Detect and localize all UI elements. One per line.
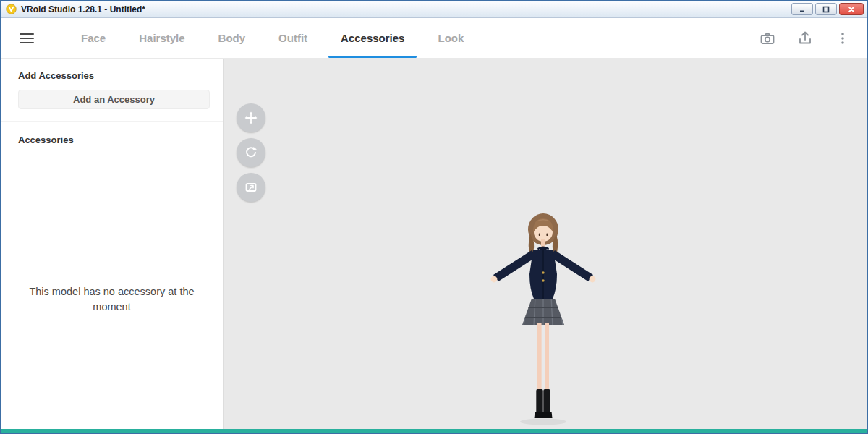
camera-button[interactable] [757,28,778,48]
tab-hairstyle[interactable]: Hairstyle [122,18,201,58]
export-icon [797,30,813,46]
editor-tabs: Face Hairstyle Body Outfit Accessories L… [64,18,480,58]
kebab-menu-icon [835,30,851,46]
title-bar[interactable]: VRoid Studio 1.28.1 - Untitled* [1,1,867,18]
main-toolbar: Face Hairstyle Body Outfit Accessories L… [1,18,867,59]
minimize-icon [799,6,806,13]
tab-accessories[interactable]: Accessories [324,18,421,58]
move-icon [244,111,258,124]
accessories-list-heading: Accessories [18,135,74,145]
tab-outfit[interactable]: Outfit [262,18,324,58]
hamburger-icon [20,33,34,44]
tab-body[interactable]: Body [202,18,263,58]
app-window: VRoid Studio 1.28.1 - Untitled* Face Hai [0,0,868,434]
add-accessories-heading: Add Accessories [18,70,94,81]
bottom-accent-bar [1,429,867,433]
more-button[interactable] [833,28,853,48]
viewport-tools [237,103,265,202]
rotate-tool-button[interactable] [237,138,265,167]
camera-icon [760,30,775,46]
sidebar-divider [1,121,223,122]
tab-look[interactable]: Look [421,18,480,58]
accessories-sidebar: Add Accessories Add an Accessory Accesso… [1,59,224,429]
fit-view-icon [244,181,258,194]
toolbar-actions [757,18,853,58]
tab-face[interactable]: Face [64,18,122,58]
move-tool-button[interactable] [237,103,265,132]
window-controls [791,3,864,15]
maximize-icon [822,6,830,13]
minimize-button[interactable] [791,3,813,15]
rotate-icon [244,146,258,159]
app-logo-icon [6,4,17,14]
add-accessory-button[interactable]: Add an Accessory [18,90,210,109]
maximize-button[interactable] [815,3,837,15]
close-button[interactable] [839,3,864,15]
content-area: Add Accessories Add an Accessory Accesso… [1,59,867,429]
menu-button[interactable] [17,28,37,48]
3d-viewport[interactable] [224,59,867,429]
empty-state-text: This model has no accessory at the momen… [20,284,204,315]
window-title: VRoid Studio 1.28.1 - Untitled* [21,4,145,14]
character-model [471,209,616,426]
fit-view-tool-button[interactable] [237,173,265,202]
close-icon [848,6,855,13]
export-button[interactable] [795,28,815,48]
